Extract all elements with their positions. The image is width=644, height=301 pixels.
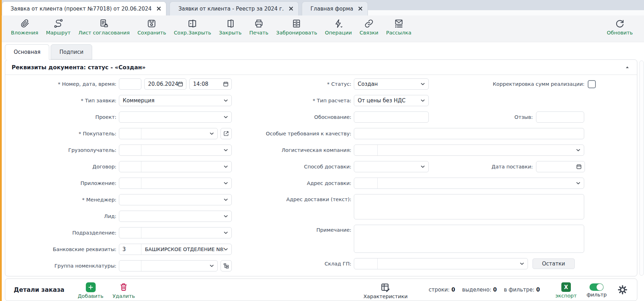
bank-code-input[interactable]: 3 [119,244,141,255]
annex-select[interactable] [119,178,232,189]
correction-checkbox[interactable] [588,80,596,88]
division-select[interactable] [119,227,232,238]
delete-row-button[interactable]: Удалить [113,282,135,299]
quality-input[interactable] [354,128,584,139]
contract-select[interactable] [119,161,232,172]
window-tab-request[interactable]: Заявка от клиента (проект №77018) от 20.… [2,1,166,15]
bank-details-select[interactable]: 3 БАШКИРСКОЕ ОТДЕЛЕНИЕ N8598 [119,244,232,255]
date-input[interactable]: 20.06.2024 [144,78,186,90]
print-button[interactable]: Печать [249,19,268,36]
buyer-code-input[interactable] [119,128,141,139]
counter-label: в фильтре: [504,287,534,293]
button-label: Добавить [78,293,103,299]
reserve-button[interactable]: Забронировать [276,19,317,36]
calendar-icon[interactable] [177,81,184,87]
chevron-down-icon [223,180,229,186]
attachments-button[interactable]: Вложения [11,19,38,36]
refresh-button[interactable]: Обновить [607,19,633,36]
annex-code-input[interactable] [119,178,141,188]
project-select[interactable] [119,111,232,123]
note-textarea[interactable] [354,225,584,253]
route-button[interactable]: Маршрут [46,19,71,36]
warehouse-select[interactable] [354,258,528,269]
links-button[interactable]: Связки [359,19,378,36]
consignee-select[interactable] [119,145,232,156]
field-label: * Статус: [232,81,351,87]
delivery-address-code-input[interactable] [354,178,378,188]
add-row-button[interactable]: Добавить [78,282,103,299]
division-code-input[interactable] [119,228,141,238]
open-buyer-card-button[interactable] [221,128,232,139]
delivery-address-textarea[interactable] [354,194,584,219]
logistics-company-select[interactable] [354,145,584,156]
mailing-button[interactable]: Рассылка [386,19,412,36]
logistics-code-input[interactable] [354,145,378,155]
save-close-button[interactable]: Сохр.Закрыть [174,19,211,36]
review-input[interactable] [536,111,584,123]
refresh-icon [615,19,625,28]
request-type-select[interactable]: Коммерция [119,95,232,106]
calendar-icon[interactable] [576,164,582,170]
gear-icon[interactable] [617,284,628,295]
toolbar-button-label: Маршрут [46,30,71,36]
lightning-icon [333,19,343,28]
window-tab-main-form[interactable]: Главная форма [302,1,368,15]
time-input[interactable]: 14:08 [189,78,232,90]
status-select[interactable]: Создан [354,78,429,90]
nomenclature-group-select[interactable] [119,260,218,271]
buyer-select[interactable] [119,128,218,139]
chevron-down-icon [575,147,581,153]
toolbar-button-label: Сохранить [138,30,166,36]
justification-input[interactable] [354,111,429,123]
close-icon[interactable] [358,6,363,11]
field-label: Обоснование: [232,114,351,120]
filtered-counter: в фильтре:0 [504,287,540,293]
lead-select[interactable] [119,211,232,222]
stock-button[interactable]: Остатки [533,258,575,269]
field-row-note: Примечание: [232,225,596,253]
export-button[interactable]: X экспорт [555,282,577,299]
field-row-calc-type: * Тип расчета: От цены без НДС [232,95,596,106]
close-document-button[interactable]: Закрыть [219,19,242,36]
delivery-method-select[interactable] [354,161,429,172]
toggle-on-icon[interactable] [589,283,604,291]
characteristics-button[interactable]: Характеристики [363,282,408,299]
vertical-scrollbar[interactable] [639,60,644,276]
calc-type-select[interactable]: От цены без НДС [354,95,429,106]
save-button[interactable]: Сохранить [138,19,166,36]
calendar-icon[interactable] [223,81,229,87]
button-label: фильтр [587,292,607,297]
tab-main[interactable]: Основная [5,44,49,60]
operations-button[interactable]: Операции [325,19,352,36]
counter-value: 0 [493,287,497,293]
panel-header: Реквизиты документа: статус - «Создан» [5,60,637,75]
nomenclature-code-input[interactable] [119,261,141,271]
filter-toggle[interactable]: фильтр [587,283,607,297]
field-label: * Номер, дата, время: [11,81,116,87]
field-row-lead: Лид: [11,211,232,222]
field-row-consignee: Грузополучатель: [11,145,232,156]
field-label: Договор: [11,164,116,169]
bank-details-value: БАШКИРСКОЕ ОТДЕЛЕНИЕ N8598 [141,246,224,252]
chevron-down-icon [223,197,229,203]
window-tab-registry[interactable]: Заявки от клиента - Реестр за 2024 г. [170,1,299,15]
collapse-panel-icon[interactable] [624,64,631,71]
number-input[interactable] [119,78,141,90]
chevron-down-icon [420,164,426,169]
consignee-code-input[interactable] [119,145,141,155]
chevron-down-icon [420,98,426,103]
close-icon[interactable] [289,6,293,11]
window-tab-label: Главная форма [311,6,353,12]
approval-sheet-button[interactable]: Лист согласования [78,19,130,36]
contract-code-input[interactable] [119,161,141,172]
nomenclature-tree-button[interactable] [221,260,232,271]
close-icon[interactable] [157,6,161,11]
manager-select[interactable] [119,194,232,205]
request-type-value: Коммерция [119,97,154,104]
field-label: Логистическая компания: [232,147,351,153]
tab-signatures[interactable]: Подписи [51,44,92,59]
delivery-date-input[interactable] [536,161,585,172]
warehouse-code-input[interactable] [354,258,378,269]
field-row-number-date-time: * Номер, дата, время: 20.06.2024 14:08 [11,78,232,90]
delivery-address-select[interactable] [354,178,584,189]
